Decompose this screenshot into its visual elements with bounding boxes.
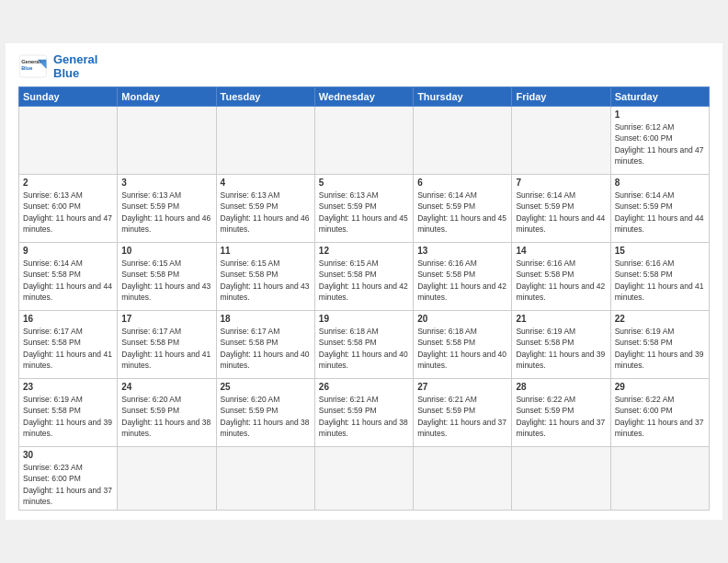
day-cell: 24Sunrise: 6:20 AMSunset: 5:59 PMDayligh…	[118, 378, 216, 446]
day-cell	[314, 106, 413, 174]
day-info: Sunrise: 6:18 AMSunset: 5:58 PMDaylight:…	[417, 326, 507, 371]
day-info: Sunrise: 6:15 AMSunset: 5:58 PMDaylight:…	[319, 258, 409, 303]
day-header-wednesday: Wednesday	[314, 86, 413, 106]
day-cell: 21Sunrise: 6:19 AMSunset: 5:58 PMDayligh…	[512, 310, 610, 378]
day-info: Sunrise: 6:15 AMSunset: 5:58 PMDaylight:…	[221, 258, 311, 303]
day-info: Sunrise: 6:14 AMSunset: 5:59 PMDaylight:…	[615, 190, 705, 235]
week-row-3: 9Sunrise: 6:14 AMSunset: 5:58 PMDaylight…	[19, 242, 710, 310]
day-cell	[118, 446, 216, 510]
day-cell	[512, 106, 610, 174]
day-number: 17	[121, 314, 211, 324]
day-info: Sunrise: 6:17 AMSunset: 5:58 PMDaylight:…	[23, 326, 113, 371]
day-info: Sunrise: 6:13 AMSunset: 6:00 PMDaylight:…	[23, 190, 113, 235]
day-number: 25	[221, 382, 311, 392]
day-cell: 23Sunrise: 6:19 AMSunset: 5:58 PMDayligh…	[19, 378, 118, 446]
day-number: 27	[417, 382, 507, 392]
day-cell: 26Sunrise: 6:21 AMSunset: 5:59 PMDayligh…	[314, 378, 413, 446]
day-info: Sunrise: 6:14 AMSunset: 5:58 PMDaylight:…	[23, 258, 113, 303]
day-header-saturday: Saturday	[610, 86, 709, 106]
day-cell	[118, 106, 216, 174]
day-number: 20	[417, 314, 507, 324]
day-cell: 28Sunrise: 6:22 AMSunset: 5:59 PMDayligh…	[512, 378, 610, 446]
day-info: Sunrise: 6:19 AMSunset: 5:58 PMDaylight:…	[615, 326, 705, 371]
day-cell	[19, 106, 118, 174]
day-cell	[414, 446, 512, 510]
day-cell: 12Sunrise: 6:15 AMSunset: 5:58 PMDayligh…	[314, 242, 413, 310]
day-cell: 1Sunrise: 6:12 AMSunset: 6:00 PMDaylight…	[610, 106, 709, 174]
day-cell: 29Sunrise: 6:22 AMSunset: 6:00 PMDayligh…	[610, 378, 709, 446]
page-header: General Blue General Blue	[18, 52, 710, 81]
day-info: Sunrise: 6:12 AMSunset: 6:00 PMDaylight:…	[615, 121, 705, 167]
day-info: Sunrise: 6:23 AMSunset: 6:00 PMDaylight:…	[23, 462, 113, 507]
day-cell: 8Sunrise: 6:14 AMSunset: 5:59 PMDaylight…	[610, 174, 709, 242]
day-info: Sunrise: 6:18 AMSunset: 5:58 PMDaylight:…	[319, 326, 409, 371]
day-info: Sunrise: 6:13 AMSunset: 5:59 PMDaylight:…	[319, 190, 409, 235]
week-row-5: 23Sunrise: 6:19 AMSunset: 5:58 PMDayligh…	[19, 378, 710, 446]
day-number: 14	[516, 246, 606, 256]
day-info: Sunrise: 6:17 AMSunset: 5:58 PMDaylight:…	[121, 326, 211, 371]
day-cell: 30Sunrise: 6:23 AMSunset: 6:00 PMDayligh…	[19, 446, 118, 510]
day-number: 7	[516, 178, 606, 188]
day-cell	[610, 446, 709, 510]
day-cell: 10Sunrise: 6:15 AMSunset: 5:58 PMDayligh…	[118, 242, 216, 310]
day-number: 24	[121, 382, 211, 392]
day-cell: 13Sunrise: 6:16 AMSunset: 5:58 PMDayligh…	[414, 242, 512, 310]
day-number: 10	[121, 246, 211, 256]
day-cell: 11Sunrise: 6:15 AMSunset: 5:58 PMDayligh…	[216, 242, 314, 310]
logo-icon: General Blue	[18, 53, 48, 79]
day-number: 15	[615, 246, 705, 256]
day-info: Sunrise: 6:16 AMSunset: 5:58 PMDaylight:…	[417, 258, 507, 303]
day-header-thursday: Thursday	[414, 86, 512, 106]
day-header-sunday: Sunday	[19, 86, 118, 106]
day-info: Sunrise: 6:21 AMSunset: 5:59 PMDaylight:…	[319, 394, 409, 439]
day-info: Sunrise: 6:22 AMSunset: 5:59 PMDaylight:…	[516, 394, 606, 439]
day-number: 11	[221, 246, 311, 256]
day-number: 29	[615, 382, 705, 392]
day-header-friday: Friday	[512, 86, 610, 106]
day-info: Sunrise: 6:20 AMSunset: 5:59 PMDaylight:…	[121, 394, 211, 439]
day-cell: 15Sunrise: 6:16 AMSunset: 5:58 PMDayligh…	[610, 242, 709, 310]
day-number: 22	[615, 314, 705, 324]
day-header-tuesday: Tuesday	[216, 86, 314, 106]
day-number: 5	[319, 178, 409, 188]
day-info: Sunrise: 6:14 AMSunset: 5:59 PMDaylight:…	[417, 190, 507, 235]
day-cell: 9Sunrise: 6:14 AMSunset: 5:58 PMDaylight…	[19, 242, 118, 310]
day-info: Sunrise: 6:17 AMSunset: 5:58 PMDaylight:…	[221, 326, 311, 371]
day-number: 8	[615, 178, 705, 188]
day-number: 13	[417, 246, 507, 256]
day-cell	[216, 446, 314, 510]
day-number: 21	[516, 314, 606, 324]
day-cell: 25Sunrise: 6:20 AMSunset: 5:59 PMDayligh…	[216, 378, 314, 446]
day-number: 12	[319, 246, 409, 256]
calendar-page: General Blue General Blue SundayMondayTu…	[6, 43, 722, 520]
svg-text:Blue: Blue	[21, 65, 32, 71]
day-cell: 22Sunrise: 6:19 AMSunset: 5:58 PMDayligh…	[610, 310, 709, 378]
day-number: 19	[319, 314, 409, 324]
day-cell	[216, 106, 314, 174]
day-header-monday: Monday	[118, 86, 216, 106]
week-row-2: 2Sunrise: 6:13 AMSunset: 6:00 PMDaylight…	[19, 174, 710, 242]
day-cell: 17Sunrise: 6:17 AMSunset: 5:58 PMDayligh…	[118, 310, 216, 378]
calendar-table: SundayMondayTuesdayWednesdayThursdayFrid…	[18, 86, 710, 511]
day-cell: 4Sunrise: 6:13 AMSunset: 5:59 PMDaylight…	[216, 174, 314, 242]
day-cell: 27Sunrise: 6:21 AMSunset: 5:59 PMDayligh…	[414, 378, 512, 446]
day-number: 18	[221, 314, 311, 324]
day-info: Sunrise: 6:20 AMSunset: 5:59 PMDaylight:…	[221, 394, 311, 439]
day-cell: 14Sunrise: 6:16 AMSunset: 5:58 PMDayligh…	[512, 242, 610, 310]
svg-text:General: General	[21, 59, 40, 64]
day-cell: 7Sunrise: 6:14 AMSunset: 5:59 PMDaylight…	[512, 174, 610, 242]
day-number: 4	[221, 178, 311, 188]
week-row-1: 1Sunrise: 6:12 AMSunset: 6:00 PMDaylight…	[19, 106, 710, 174]
day-cell	[512, 446, 610, 510]
day-info: Sunrise: 6:21 AMSunset: 5:59 PMDaylight:…	[417, 394, 507, 439]
day-cell	[314, 446, 413, 510]
day-info: Sunrise: 6:15 AMSunset: 5:58 PMDaylight:…	[121, 258, 211, 303]
day-info: Sunrise: 6:13 AMSunset: 5:59 PMDaylight:…	[221, 190, 311, 235]
logo: General Blue General Blue	[18, 52, 97, 81]
day-number: 9	[23, 246, 113, 256]
day-number: 23	[23, 382, 113, 392]
day-cell: 6Sunrise: 6:14 AMSunset: 5:59 PMDaylight…	[414, 174, 512, 242]
day-info: Sunrise: 6:22 AMSunset: 6:00 PMDaylight:…	[615, 394, 705, 439]
day-cell: 19Sunrise: 6:18 AMSunset: 5:58 PMDayligh…	[314, 310, 413, 378]
day-cell: 3Sunrise: 6:13 AMSunset: 5:59 PMDaylight…	[118, 174, 216, 242]
